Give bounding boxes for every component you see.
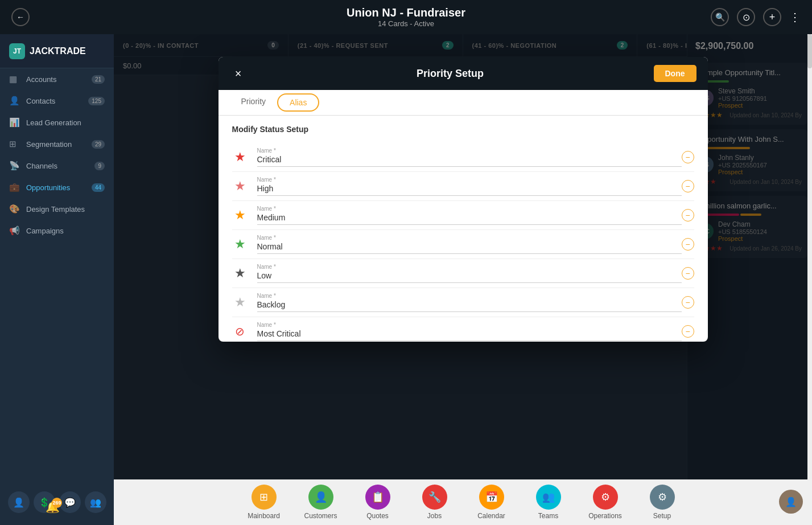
opportunities-icon: 💼 (9, 182, 20, 192)
priority-label-critical: Name * (257, 147, 682, 154)
sidebar-item-campaigns[interactable]: 📢 Campaigns (0, 220, 114, 241)
priority-star-high: ★ (232, 179, 248, 194)
main-layout: JT JACKTRADE ▦ Accounts 21 👤 Contacts 12… (0, 34, 812, 479)
modal-close-button[interactable]: × (230, 65, 247, 82)
priority-item-medium: ★ Name * Medium − (232, 201, 694, 230)
segmentation-icon: ⊞ (9, 139, 20, 149)
priority-field-medium: Name * Medium (257, 206, 682, 225)
priority-star-most-critical: ⊘ (232, 325, 248, 338)
remove-backlog-button[interactable]: − (682, 296, 694, 309)
sidebar: JT JACKTRADE ▦ Accounts 21 👤 Contacts 12… (0, 34, 114, 479)
priority-label-backlog: Name * (257, 293, 682, 299)
sidebar-item-lead-generation[interactable]: 📊 Lead Generation (0, 112, 114, 133)
bottom-nav-operations[interactable]: ⚙ Operations (577, 480, 634, 524)
remove-medium-button[interactable]: − (682, 209, 694, 222)
sidebar-label-accounts: Accounts (26, 75, 56, 84)
channels-icon: 📡 (9, 161, 20, 171)
mainboard-label: Mainboard (248, 512, 280, 520)
modal-body: Modify Status Setup ★ Name * Critical − … (219, 116, 708, 342)
remove-low-button[interactable]: − (682, 267, 694, 280)
page-subtitle: 14 Cards - Active (347, 19, 465, 28)
add-button[interactable]: + (763, 8, 781, 26)
alerts-badge: 269 (52, 498, 62, 508)
priority-setup-modal: × Priority Setup Done Priority Alias Mod… (219, 57, 708, 342)
search-icon: 🔍 (715, 13, 725, 22)
filter-button[interactable]: ⊙ (737, 8, 755, 26)
priority-item-high: ★ Name * High − (232, 172, 694, 201)
bottom-nav-mainboard[interactable]: ⊞ Mainboard (236, 480, 292, 524)
alerts-wrapper: 🔔 269 (46, 500, 60, 514)
jobs-icon: 🔧 (422, 485, 447, 510)
content-area: (0 - 20)% - IN CONTACT 0 (21 - 40)% - RE… (114, 34, 812, 479)
sidebar-label-channels: Channels (26, 162, 57, 170)
sidebar-label-campaigns: Campaigns (26, 227, 64, 235)
priority-name-low: Low (257, 271, 682, 283)
priority-star-backlog: ★ (232, 295, 248, 310)
modal-overlay: × Priority Setup Done Priority Alias Mod… (114, 34, 812, 479)
remove-critical-button[interactable]: − (682, 151, 694, 163)
bottom-person-icon[interactable]: 👤 (8, 491, 30, 513)
alerts-button[interactable]: 🔔 269 (46, 500, 60, 514)
customers-icon: 👤 (308, 485, 333, 510)
calendar-label: Calendar (477, 512, 505, 520)
search-button[interactable]: 🔍 (711, 8, 729, 26)
sidebar-item-opportunities[interactable]: 💼 Opportunities 44 (0, 177, 114, 198)
bottom-nav: 👤 💲 💬 👥 ⊞ Mainboard 👤 Customers 📋 Quotes… (0, 479, 812, 525)
priority-name-high: High (257, 184, 682, 196)
sidebar-logo: JT JACKTRADE (0, 34, 114, 68)
remove-high-button[interactable]: − (682, 180, 694, 192)
remove-normal-button[interactable]: − (682, 238, 694, 251)
remove-most-critical-button[interactable]: − (682, 325, 694, 338)
sidebar-item-segmentation[interactable]: ⊞ Segmentation 29 (0, 133, 114, 155)
teams-label: Teams (538, 512, 558, 520)
priority-name-backlog: Backlog (257, 300, 682, 312)
priority-label-most-critical: Name * (257, 322, 682, 328)
priority-star-medium: ★ (232, 208, 248, 223)
priority-name-most-critical: Most Critical (257, 329, 682, 341)
quotes-icon: 📋 (365, 485, 390, 510)
jobs-label: Jobs (427, 512, 442, 520)
bottom-nav-setup[interactable]: ⚙ Setup (634, 480, 691, 524)
sidebar-item-contacts[interactable]: 👤 Contacts 125 (0, 90, 114, 112)
more-button[interactable]: ⋮ (789, 10, 801, 24)
sidebar-label-contacts: Contacts (26, 97, 55, 105)
setup-label: Setup (653, 512, 671, 520)
priority-item-most-critical: ⊘ Name * Most Critical − (232, 317, 694, 342)
logo-text: JACKTRADE (30, 46, 86, 56)
priority-label-high: Name * (257, 177, 682, 183)
operations-label: Operations (588, 512, 622, 520)
tab-alias[interactable]: Alias (277, 93, 319, 112)
priority-name-normal: Normal (257, 242, 682, 254)
modal-tabs: Priority Alias (219, 90, 708, 116)
bottom-nav-jobs[interactable]: 🔧 Jobs (406, 480, 463, 524)
sidebar-label-design-templates: Design Templates (26, 205, 85, 214)
bottom-group-icon[interactable]: 👥 (85, 491, 106, 513)
priority-label-low: Name * (257, 264, 682, 270)
accounts-badge: 21 (92, 75, 105, 84)
design-templates-icon: 🎨 (9, 204, 20, 214)
bottom-nav-calendar[interactable]: 📅 Calendar (463, 480, 520, 524)
sidebar-label-opportunities: Opportunities (26, 183, 70, 192)
priority-star-low: ★ (232, 266, 248, 281)
tab-priority[interactable]: Priority (230, 90, 278, 115)
mainboard-icon: ⊞ (252, 485, 277, 510)
filter-icon: ⊙ (743, 12, 750, 23)
user-avatar[interactable]: 👤 (779, 490, 803, 514)
bottom-nav-teams[interactable]: 👥 Teams (520, 480, 577, 524)
back-button[interactable]: ← (11, 8, 30, 26)
modal-done-button[interactable]: Done (654, 65, 696, 82)
segmentation-badge: 29 (92, 140, 105, 149)
priority-label-medium: Name * (257, 206, 682, 212)
bottom-chat-icon[interactable]: 💬 (59, 491, 81, 513)
sidebar-item-design-templates[interactable]: 🎨 Design Templates (0, 198, 114, 220)
priority-star-normal: ★ (232, 237, 248, 252)
modal-section-title: Modify Status Setup (232, 125, 694, 134)
sidebar-item-channels[interactable]: 📡 Channels 9 (0, 155, 114, 177)
sidebar-item-accounts[interactable]: ▦ Accounts 21 (0, 68, 114, 90)
contacts-icon: 👤 (9, 96, 20, 106)
priority-field-critical: Name * Critical (257, 147, 682, 167)
priority-field-backlog: Name * Backlog (257, 293, 682, 312)
bottom-nav-customers[interactable]: 👤 Customers (292, 480, 349, 524)
bottom-nav-quotes[interactable]: 📋 Quotes (349, 480, 406, 524)
tab-alias-label: Alias (290, 98, 307, 107)
